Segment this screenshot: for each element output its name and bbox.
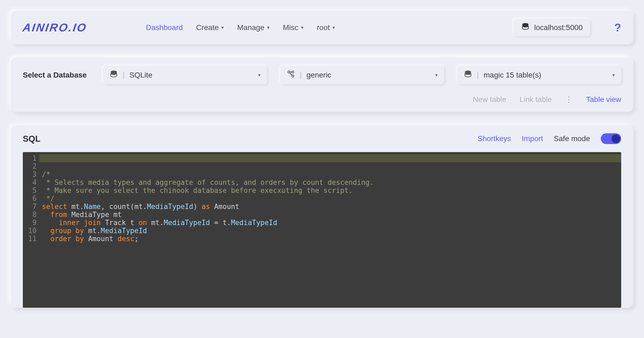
link-table-button[interactable]: Link table [519,95,552,104]
separator: | [477,71,479,79]
main-nav: Dashboard Create▾ Manage▾ Misc▾ root▾ [146,23,503,32]
help-icon[interactable]: ? [614,21,621,34]
table-view-button[interactable]: Table view [586,95,621,104]
code-area[interactable]: /* * Selects media types and aggregate o… [39,152,621,308]
sql-panel: SQL Shortkeys Import Safe mode 1 2 3 4 5… [11,125,633,308]
nav-create-label: Create [196,23,219,32]
line-gutter: 1 2 3 4 5 6 7 8 9 10 11 [23,152,39,308]
db-select-label: Select a Database [23,71,90,79]
nav-manage-label: Manage [237,23,264,32]
shortkeys-link[interactable]: Shortkeys [478,134,511,143]
database-icon [521,23,529,32]
nav-dashboard[interactable]: Dashboard [146,23,183,32]
nav-manage[interactable]: Manage▾ [237,23,269,32]
engine-value: SQLite [129,71,253,79]
logo: AINIRO.IO [22,21,88,34]
host-label: localhost:5000 [534,23,583,32]
chevron-down-icon: ▾ [221,25,224,31]
separator: | [300,71,302,79]
connection-value: generic [306,71,430,79]
header-bar: AINIRO.IO Dashboard Create▾ Manage▾ Misc… [11,11,633,44]
chevron-down-icon: ▾ [301,25,303,31]
chevron-down-icon: ▾ [332,25,335,31]
graph-icon [287,70,295,80]
table-actions: New table Link table ⋮ Table view [23,95,621,104]
chevron-down-icon: ▾ [258,72,261,78]
host-chip[interactable]: localhost:5000 [514,19,590,36]
svg-point-4 [292,71,294,73]
nav-misc-label: Misc [283,23,298,32]
nav-dashboard-label: Dashboard [146,23,183,32]
nav-misc[interactable]: Misc▾ [283,23,303,32]
sql-editor[interactable]: 1 2 3 4 5 6 7 8 9 10 11 /* * Selects med… [23,152,621,308]
engine-select[interactable]: | SQLite ▾ [103,66,267,84]
tables-select[interactable]: | magic 15 table(s) ▾ [458,66,621,84]
chevron-down-icon: ▾ [267,25,269,31]
nav-create[interactable]: Create▾ [196,23,224,32]
import-link[interactable]: Import [522,134,543,143]
nav-root[interactable]: root▾ [317,23,335,32]
nav-root-label: root [317,23,330,32]
database-icon [464,70,472,80]
database-icon [110,70,118,80]
more-menu-icon[interactable]: ⋮ [565,95,573,104]
safe-mode-label: Safe mode [554,134,590,143]
connection-select[interactable]: | generic ▾ [280,66,444,84]
tables-value: magic 15 table(s) [484,71,608,79]
chevron-down-icon: ▾ [435,72,438,78]
safe-mode-toggle[interactable] [601,133,621,144]
database-panel: Select a Database | SQLite ▾ | generic ▾… [11,58,633,112]
new-table-button[interactable]: New table [473,95,506,104]
separator: | [123,71,125,79]
chevron-down-icon: ▾ [612,72,615,78]
sql-title: SQL [23,134,467,144]
